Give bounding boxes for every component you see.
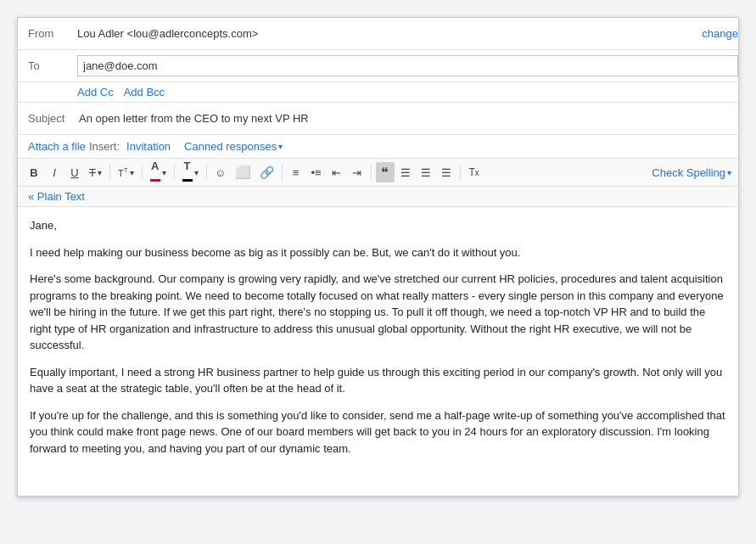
- image-button[interactable]: ⬜: [232, 162, 255, 182]
- separator4: [206, 165, 207, 180]
- cc-bcc-row: Add Cc Add Bcc: [18, 82, 738, 103]
- attach-file-link[interactable]: Attach a file: [28, 140, 86, 153]
- font-color-swatch: [150, 179, 160, 182]
- check-spelling-button[interactable]: Check Spelling ▾: [652, 166, 731, 179]
- separator3: [174, 165, 175, 180]
- blockquote-button[interactable]: ❝: [376, 162, 395, 182]
- body-paragraph-2: I need help making our business become a…: [30, 244, 726, 261]
- emoji-button[interactable]: ☺: [211, 162, 230, 182]
- separator2: [142, 165, 143, 180]
- align-right-button[interactable]: ☰: [437, 162, 456, 182]
- font-color-arrow: ▾: [162, 168, 166, 177]
- text-highlight-icon: T: [182, 160, 193, 184]
- compose-window: From Lou Adler <lou@adlerconcepts.com> c…: [17, 17, 739, 496]
- font-color-button[interactable]: A ▾: [147, 162, 170, 182]
- plain-text-link[interactable]: Plain Text: [28, 190, 85, 203]
- body-paragraph-4: Equally important, I need a strong HR bu…: [30, 364, 726, 397]
- to-input[interactable]: [77, 55, 738, 76]
- highlight-arrow: ▾: [194, 168, 199, 177]
- text-highlight-button[interactable]: T ▾: [179, 162, 202, 182]
- strikethrough-button[interactable]: T ▾: [86, 162, 105, 182]
- from-label: From: [18, 27, 77, 40]
- subject-input[interactable]: [77, 109, 738, 128]
- body-paragraph-5: If you're up for the challenge, and this…: [30, 407, 726, 457]
- canned-dropdown-arrow: ▾: [278, 142, 283, 151]
- canned-responses-label: Canned responses: [184, 140, 277, 153]
- indent-less-button[interactable]: ⇤: [328, 162, 346, 182]
- font-color-icon: A: [150, 160, 160, 184]
- insert-bar: Attach a file Insert: Invitation Canned …: [18, 135, 738, 159]
- italic-button[interactable]: I: [45, 162, 64, 182]
- body-paragraph-1: Jane,: [30, 217, 726, 234]
- indent-more-button[interactable]: ⇥: [348, 162, 367, 182]
- remove-format-button[interactable]: Tx: [465, 162, 484, 182]
- strikethrough-arrow: ▾: [98, 168, 102, 177]
- canned-responses-button[interactable]: Canned responses ▾: [184, 140, 283, 153]
- separator7: [460, 165, 461, 180]
- align-center-button[interactable]: ☰: [417, 162, 435, 182]
- check-spelling-label: Check Spelling: [652, 166, 725, 179]
- add-cc-link[interactable]: Add Cc: [77, 86, 114, 98]
- font-size-icon: TT: [118, 166, 128, 178]
- from-value: Lou Adler <lou@adlerconcepts.com>: [77, 27, 695, 40]
- add-bcc-link[interactable]: Add Bcc: [124, 86, 165, 98]
- plain-text-row: Plain Text: [18, 187, 738, 207]
- separator1: [109, 165, 110, 180]
- strikethrough-icon: T: [89, 166, 96, 179]
- font-size-button[interactable]: TT ▾: [115, 162, 137, 182]
- invitation-link[interactable]: Invitation: [126, 140, 171, 153]
- to-row: To: [18, 50, 738, 82]
- highlight-swatch: [182, 179, 193, 182]
- change-from-link[interactable]: change: [702, 27, 738, 40]
- numbered-list-button[interactable]: ≡: [287, 162, 305, 182]
- check-spelling-arrow: ▾: [727, 168, 731, 177]
- font-size-arrow: ▾: [130, 168, 134, 177]
- body-paragraph-3: Here's some background. Our company is g…: [30, 271, 726, 354]
- insert-label: Insert:: [89, 140, 120, 153]
- align-left-button[interactable]: ☰: [396, 162, 415, 182]
- from-row: From Lou Adler <lou@adlerconcepts.com> c…: [18, 18, 738, 50]
- bullet-list-button[interactable]: •≡: [307, 162, 326, 182]
- to-label: To: [18, 59, 77, 72]
- separator5: [282, 165, 283, 180]
- compose-body[interactable]: Jane, I need help making our business be…: [18, 207, 738, 496]
- subject-label: Subject: [18, 112, 77, 125]
- link-button[interactable]: 🔗: [256, 162, 277, 182]
- format-toolbar: B I U T ▾ TT ▾ A ▾ T: [18, 159, 738, 187]
- subject-row: Subject: [18, 103, 738, 135]
- underline-button[interactable]: U: [65, 162, 84, 182]
- bold-button[interactable]: B: [25, 162, 43, 182]
- separator6: [371, 165, 372, 180]
